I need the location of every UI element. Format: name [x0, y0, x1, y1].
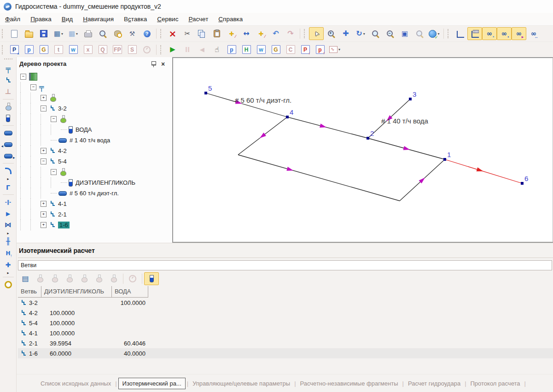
settings-button[interactable]: ⚒ — [125, 27, 140, 40]
bend-button[interactable] — [2, 165, 15, 176]
tree-item-2-1[interactable]: +2-1 — [17, 209, 172, 220]
param-P-chart-button[interactable]: P▴ — [7, 43, 22, 56]
seal-ring-button[interactable] — [2, 279, 15, 290]
table-settings-button[interactable]: ▤ — [18, 272, 33, 285]
table-row-2-1[interactable]: 2-139.595460.4046 — [18, 338, 553, 348]
gauge-button[interactable] — [140, 43, 154, 56]
tab-5[interactable]: Расчет гидроудара — [404, 378, 464, 389]
param-t-button[interactable]: t — [51, 43, 66, 56]
tree-item[interactable]: − — [17, 114, 172, 124]
toolbar-grip[interactable] — [2, 29, 5, 38]
node-6[interactable] — [521, 182, 524, 185]
insert-node-button[interactable]: ✚∕ — [224, 27, 239, 40]
pipe-inlet-button[interactable]: ◂ — [2, 139, 15, 150]
copy-button[interactable] — [195, 27, 210, 40]
refresh-view-button[interactable]: ↻▾ — [353, 27, 368, 40]
reverse-branch-button[interactable]: ↔ — [239, 27, 254, 40]
collapse-icon[interactable]: − — [41, 105, 47, 111]
tree-item-1-6[interactable]: +1-6 — [17, 220, 172, 230]
node-2[interactable] — [367, 137, 369, 140]
database-button[interactable] — [110, 27, 125, 40]
delete-button[interactable]: × — [165, 27, 180, 40]
valve-button[interactable]: ⋈ — [2, 219, 15, 231]
result-p-button[interactable]: p — [224, 43, 239, 56]
result-w-button[interactable]: w — [254, 43, 268, 56]
tab-4[interactable]: Расчетно-независимые фрагменты — [297, 378, 402, 389]
show-nodes-button[interactable]: ∞• — [482, 27, 497, 40]
palette-grip[interactable] — [4, 59, 12, 62]
undo-button[interactable]: ↶ — [268, 27, 283, 40]
tree-item-3-2[interactable]: −3-2 — [17, 103, 172, 114]
table-row-3-2[interactable]: 3-2100.0000 — [18, 298, 553, 308]
pump-flyout[interactable]: ▸ — [2, 270, 15, 275]
dropdown-caret-icon[interactable]: ▾ — [363, 32, 365, 36]
nozzle-button[interactable]: ▶ — [2, 208, 15, 219]
product-tube-button[interactable] — [2, 112, 15, 124]
tab-2[interactable]: Изотермический ра... — [118, 378, 186, 389]
step-back-button[interactable]: ◀ — [195, 43, 210, 56]
results-scope-selector[interactable]: Ветви — [18, 260, 552, 270]
param-FP-button[interactable]: FP — [110, 43, 125, 56]
run-calculation-button[interactable]: ▶ — [165, 43, 180, 56]
result-H-button[interactable]: H — [239, 43, 254, 56]
scheme-check-button[interactable]: ▾ — [427, 27, 442, 40]
flask-toggle-2[interactable] — [47, 272, 62, 285]
menu-Навигация[interactable]: Навигация — [78, 14, 119, 24]
table-row-4-1[interactable]: 4-1100.0000 — [18, 328, 553, 338]
flask-toggle-1[interactable] — [33, 272, 47, 285]
param-x-button[interactable]: x — [81, 43, 95, 56]
flask-toggle-3[interactable] — [62, 272, 77, 285]
print-button[interactable] — [81, 27, 95, 40]
menu-Вид[interactable]: Вид — [57, 14, 78, 24]
tab-1[interactable]: Список исходных данных — [37, 378, 115, 389]
param-S-button[interactable]: S — [125, 43, 140, 56]
paste-button[interactable] — [210, 27, 224, 40]
node-1[interactable] — [443, 158, 446, 161]
diagram-canvas[interactable]: 543216# 5 60 т/ч диэт-гл.# 1 40 т/ч вода — [172, 57, 553, 243]
select-tool-button[interactable]: ➤ — [309, 27, 324, 40]
new-document-button[interactable] — [7, 27, 22, 40]
edge-4-2[interactable] — [287, 117, 368, 138]
flask-toggle-6[interactable] — [106, 272, 121, 285]
toolbar-grip[interactable] — [448, 29, 450, 38]
pipe-outlet-button[interactable]: ▸ — [2, 150, 15, 162]
tree-item[interactable]: −╤ — [17, 82, 172, 93]
help-button[interactable]: ? — [140, 27, 154, 40]
axes-toggle-button[interactable] — [453, 27, 467, 40]
collapse-icon[interactable]: − — [51, 116, 57, 122]
menu-Файл[interactable]: Файл — [0, 14, 25, 24]
tree-item-4-2[interactable]: +4-2 — [17, 146, 172, 156]
tree-item[interactable]: − — [17, 167, 172, 177]
tree-item[interactable]: − — [17, 71, 172, 82]
zoom-previous-button[interactable] — [412, 27, 427, 40]
close-panel-button[interactable]: × — [158, 60, 168, 68]
orifice-button[interactable]: -‖- — [2, 196, 15, 208]
charts-button[interactable]: ▾ — [327, 43, 342, 56]
toolbar-grip[interactable] — [160, 29, 163, 38]
branch-button[interactable] — [2, 75, 15, 86]
toolbar-grip[interactable] — [160, 45, 163, 54]
cut-button[interactable]: ✂ — [180, 27, 195, 40]
pause-button[interactable] — [180, 43, 195, 56]
toolbar-grip[interactable] — [304, 29, 307, 38]
zoom-in-button[interactable]: + — [324, 27, 338, 40]
product-columns-toggle[interactable] — [144, 272, 159, 285]
tee-junction-button[interactable]: ⊥ — [2, 86, 15, 98]
tree-item-ВОДА[interactable]: ВОДА — [17, 124, 172, 135]
show-flow-button[interactable]: ∞▸ — [512, 27, 526, 40]
pipe-section-button[interactable] — [2, 127, 15, 139]
table-row-4-2[interactable]: 4-2100.0000 — [18, 308, 553, 318]
branch-tee-button[interactable]: ╤ — [2, 63, 15, 75]
tree-item-5-4[interactable]: −5-4 — [17, 156, 172, 167]
show-dimensions-button[interactable]: ∞↔ — [526, 27, 541, 40]
dropdown-caret-icon[interactable]: ▾ — [76, 32, 78, 36]
show-elements-button[interactable]: ∞▪ — [497, 27, 512, 40]
height-change-button[interactable]: Н↑ — [2, 247, 15, 259]
calculation-table-button[interactable]: ▦▾ — [51, 27, 66, 40]
result-P-drop-button[interactable]: P↓ — [298, 43, 313, 56]
result-p-rise-button[interactable]: p↑ — [313, 43, 327, 56]
node-3[interactable] — [409, 98, 412, 100]
burner-button[interactable] — [125, 272, 140, 285]
param-Q-button[interactable]: Q — [95, 43, 110, 56]
tab-6[interactable]: Протокол расчета — [467, 378, 524, 389]
